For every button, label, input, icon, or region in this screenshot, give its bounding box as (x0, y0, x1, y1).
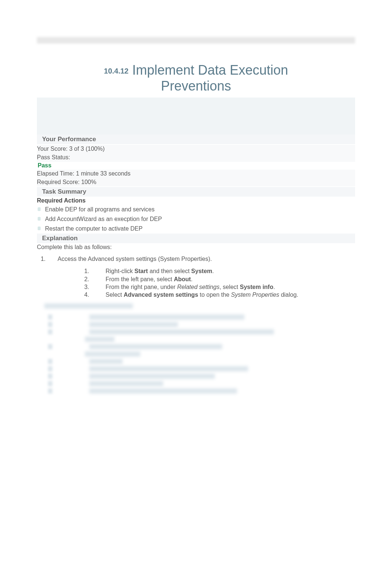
pass-status-label: Pass Status: (37, 153, 355, 162)
substep: Right-click Start and then select System… (91, 268, 355, 275)
required-actions-label: Required Actions (37, 197, 355, 205)
substep: From the right pane, under Related setti… (91, 283, 355, 290)
explanation-steps: Access the Advanced system settings (Sys… (37, 256, 355, 298)
task-summary-header: Task Summary (37, 187, 355, 197)
page-title-block: 10.4.12 Implement Data Execution Prevent… (37, 62, 355, 94)
elapsed-time: Elapsed Time: 1 minute 33 seconds (37, 170, 355, 178)
substep: From the left pane, select About. (91, 276, 355, 283)
performance-body: Your Score: 3 of 3 (100%) Pass Status: P… (37, 144, 355, 187)
title-number: 10.4.12 (104, 67, 129, 75)
page-title: 10.4.12 Implement Data Execution Prevent… (37, 62, 355, 94)
substep: Select Advanced system settings to open … (91, 291, 355, 298)
list-item: Restart the computer to activate DEP (37, 224, 355, 234)
step-1-text: Access the Advanced system settings (Sys… (58, 256, 212, 262)
pass-status-value: Pass (37, 162, 355, 170)
explanation-header: Explanation (37, 234, 355, 243)
explanation-intro: Complete this lab as follows: (37, 243, 355, 256)
redacted-header-bar (37, 37, 355, 44)
step-1-substeps: Right-click Start and then select System… (58, 268, 355, 298)
title-text-line1: Implement Data Execution (132, 62, 288, 78)
list-item: Add AccountWizard as an execption for DE… (37, 214, 355, 224)
score-line: Your Score: 3 of 3 (100%) (37, 145, 355, 153)
step-1: Access the Advanced system settings (Sys… (47, 256, 355, 298)
title-text-line2: Preventions (161, 78, 231, 93)
your-performance-header: Your Performance (37, 135, 355, 144)
spacer-band (37, 98, 355, 135)
required-score: Required Score: 100% (37, 178, 355, 187)
redacted-content (37, 303, 355, 394)
list-item: Enable DEP for all programs and services (37, 205, 355, 214)
required-actions-list: Enable DEP for all programs and services… (37, 205, 355, 234)
